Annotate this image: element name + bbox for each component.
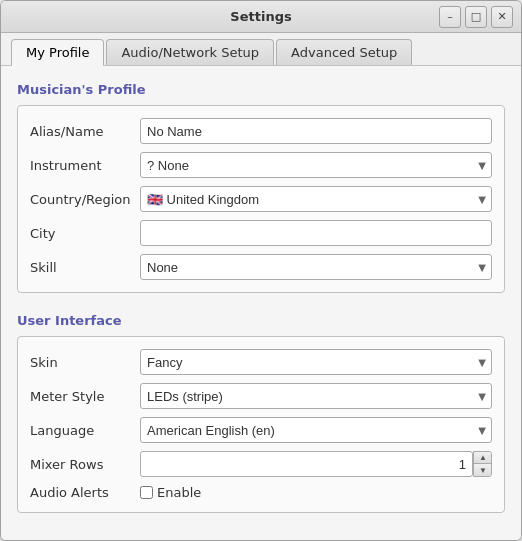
audio-alerts-control: Enable — [140, 485, 492, 500]
city-label: City — [30, 226, 140, 241]
mixer-rows-spinner-buttons: ▲ ▼ — [473, 451, 492, 477]
audio-alerts-row: Audio Alerts Enable — [30, 485, 492, 500]
content-area: Musician's Profile Alias/Name Instrument — [1, 66, 521, 540]
alias-label: Alias/Name — [30, 124, 140, 139]
language-select-wrapper: American English (en) British English (e… — [140, 417, 492, 443]
skill-select-wrapper: None Beginner Intermediate Advanced Expe… — [140, 254, 492, 280]
alias-control — [140, 118, 492, 144]
mixer-rows-control: ▲ ▼ — [140, 451, 492, 477]
audio-alerts-checkbox[interactable] — [140, 486, 153, 499]
language-select[interactable]: American English (en) British English (e… — [140, 417, 492, 443]
close-button[interactable]: ✕ — [491, 6, 513, 28]
skin-select[interactable]: Fancy Classic Dark — [140, 349, 492, 375]
instrument-select-wrapper: ? None ▼ — [140, 152, 492, 178]
titlebar: Settings – □ ✕ — [1, 1, 521, 33]
language-control: American English (en) British English (e… — [140, 417, 492, 443]
meter-control: LEDs (stripe) LEDs (2 color) LEDs (3 col… — [140, 383, 492, 409]
mixer-rows-input[interactable] — [140, 451, 473, 477]
country-select-wrapper: 🇬🇧 United Kingdom ▼ — [140, 186, 492, 212]
window-title: Settings — [230, 9, 291, 24]
meter-label: Meter Style — [30, 389, 140, 404]
city-row: City — [30, 220, 492, 246]
meter-select[interactable]: LEDs (stripe) LEDs (2 color) LEDs (3 col… — [140, 383, 492, 409]
musician-profile-title: Musician's Profile — [17, 82, 505, 97]
meter-select-wrapper: LEDs (stripe) LEDs (2 color) LEDs (3 col… — [140, 383, 492, 409]
minimize-button[interactable]: – — [439, 6, 461, 28]
country-control: 🇬🇧 United Kingdom ▼ — [140, 186, 492, 212]
language-label: Language — [30, 423, 140, 438]
audio-alerts-checkbox-row: Enable — [140, 485, 492, 500]
skill-row: Skill None Beginner Intermediate Advance… — [30, 254, 492, 280]
maximize-button[interactable]: □ — [465, 6, 487, 28]
tab-advanced-setup[interactable]: Advanced Setup — [276, 39, 412, 65]
window-controls: – □ ✕ — [439, 6, 513, 28]
mixer-rows-spinner: ▲ ▼ — [140, 451, 492, 477]
user-interface-title: User Interface — [17, 313, 505, 328]
instrument-control: ? None ▼ — [140, 152, 492, 178]
tab-audio-network-setup[interactable]: Audio/Network Setup — [106, 39, 274, 65]
instrument-label: Instrument — [30, 158, 140, 173]
musician-profile-section: Musician's Profile Alias/Name Instrument — [17, 82, 505, 293]
tab-bar: My Profile Audio/Network Setup Advanced … — [1, 33, 521, 66]
skin-label: Skin — [30, 355, 140, 370]
mixer-rows-decrement-button[interactable]: ▼ — [474, 464, 492, 476]
country-row: Country/Region 🇬🇧 United Kingdom ▼ — [30, 186, 492, 212]
audio-alerts-label: Audio Alerts — [30, 485, 140, 500]
skill-control: None Beginner Intermediate Advanced Expe… — [140, 254, 492, 280]
city-control — [140, 220, 492, 246]
city-input[interactable] — [140, 220, 492, 246]
alias-row: Alias/Name — [30, 118, 492, 144]
language-row: Language American English (en) British E… — [30, 417, 492, 443]
instrument-row: Instrument ? None ▼ — [30, 152, 492, 178]
instrument-select[interactable]: ? None — [140, 152, 492, 178]
meter-row: Meter Style LEDs (stripe) LEDs (2 color)… — [30, 383, 492, 409]
mixer-rows-row: Mixer Rows ▲ ▼ — [30, 451, 492, 477]
tab-my-profile[interactable]: My Profile — [11, 39, 104, 66]
country-select[interactable]: 🇬🇧 United Kingdom — [140, 186, 492, 212]
country-label: Country/Region — [30, 192, 140, 207]
musician-profile-box: Alias/Name Instrument ? None ▼ — [17, 105, 505, 293]
skin-row: Skin Fancy Classic Dark ▼ — [30, 349, 492, 375]
skill-label: Skill — [30, 260, 140, 275]
mixer-rows-increment-button[interactable]: ▲ — [474, 452, 492, 464]
audio-alerts-enable-label[interactable]: Enable — [157, 485, 201, 500]
skin-control: Fancy Classic Dark ▼ — [140, 349, 492, 375]
skill-select[interactable]: None Beginner Intermediate Advanced Expe… — [140, 254, 492, 280]
user-interface-section: User Interface Skin Fancy Classic Dark ▼ — [17, 313, 505, 513]
alias-input[interactable] — [140, 118, 492, 144]
mixer-rows-label: Mixer Rows — [30, 457, 140, 472]
skin-select-wrapper: Fancy Classic Dark ▼ — [140, 349, 492, 375]
settings-window: Settings – □ ✕ My Profile Audio/Network … — [0, 0, 522, 541]
user-interface-box: Skin Fancy Classic Dark ▼ — [17, 336, 505, 513]
